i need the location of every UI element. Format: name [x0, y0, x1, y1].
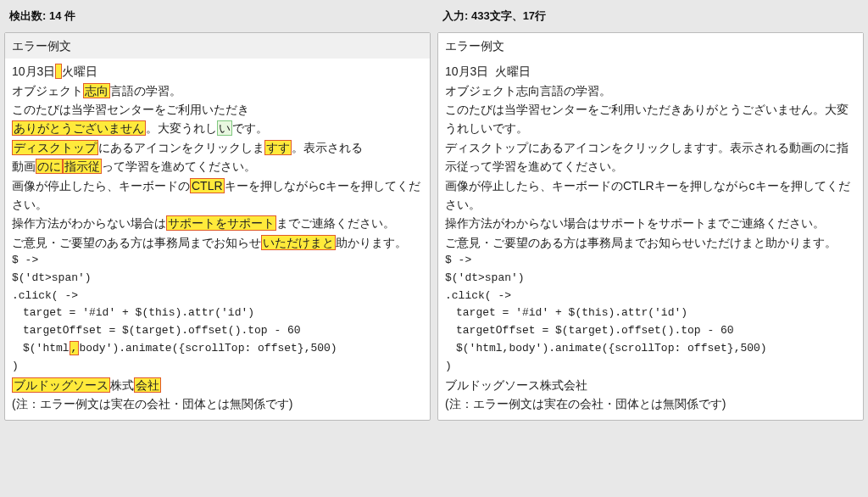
right-code-1: $ ->: [445, 252, 856, 270]
left-code-5: targetOffset = $(target).offset().top - …: [12, 322, 423, 340]
right-code-7: ): [445, 358, 856, 376]
right-title: エラー例文: [438, 33, 863, 59]
left-card: エラー例文 10月3日 火曜日 オブジェクト志向言語の学習。 このたびは当学習セ…: [4, 32, 431, 422]
text: って学習を進めてください。: [102, 159, 256, 173]
highlight-yellow[interactable]: CTLR: [190, 178, 225, 193]
text: 火曜日: [62, 64, 97, 78]
text: 画像が停止したら、キーボードの: [12, 179, 190, 193]
text: オブジェクト: [12, 84, 83, 98]
right-code-5: targetOffset = $(target).offset().top - …: [445, 322, 856, 340]
left-line-2: オブジェクト志向言語の学習。: [12, 81, 423, 100]
left-line-10: ブルドッグソース株式会社: [12, 376, 423, 394]
highlight-yellow[interactable]: すす: [264, 140, 292, 155]
highlight-green[interactable]: い: [217, 120, 232, 136]
highlight-yellow[interactable]: ありがとうございません: [12, 120, 146, 136]
right-code-3: .click( ->: [445, 288, 856, 305]
text: にあるアイコンをクリックしま: [98, 141, 264, 154]
right-pane: 入力: 433文字、17行 エラー例文 10月3日 火曜日 オブジェクト志向言語…: [437, 4, 864, 421]
left-line-5: ディスクトップにあるアイコンをクリックしますす。表示される: [12, 138, 423, 157]
right-line-1: 10月3日 火曜日: [445, 62, 856, 81]
left-line-8: 操作方法がわからない場合はサポートをサポートまでご連絡ください。: [12, 214, 423, 232]
left-line-1: 10月3日 火曜日: [12, 62, 423, 81]
highlight-yellow[interactable]: サポートをサポート: [166, 215, 276, 231]
text: です。: [232, 121, 268, 135]
text: 。大変うれし: [146, 121, 217, 135]
left-line-3: このたびは当学習センターをご利用いただき: [12, 100, 423, 119]
right-line-7: ご意見・ご要望のある方は事務局までお知らせいただけまと助かります。: [445, 233, 856, 252]
right-line-3: このたびは当学習センターをご利用いただきありがとうございません。大変うれしいです…: [445, 100, 856, 138]
left-code-6: $('html,body').animate({scrollTop: offse…: [12, 340, 423, 358]
left-line-7: 画像が停止したら、キーボードのCTLRキーを押しながらcキーを押してください。: [12, 176, 423, 215]
right-line-5: 画像が停止したら、キーボードのCTLRキーを押しながらcキーを押してください。: [445, 176, 856, 215]
right-code-6: $('html,body').animate({scrollTop: offse…: [445, 340, 856, 358]
left-code-7: ): [12, 358, 423, 376]
text: 。表示される: [292, 141, 363, 154]
right-line-6: 操作方法がわからない場合はサポートをサポートまでご連絡ください。: [445, 214, 856, 232]
text: 動画: [12, 159, 36, 173]
left-line-11: (注：エラー例文は実在の会社・団体とは無関係です): [12, 394, 423, 413]
left-pane: 検出数: 14 件 エラー例文 10月3日 火曜日 オブジェクト志向言語の学習。…: [4, 4, 431, 421]
highlight-yellow[interactable]: 会社: [134, 377, 161, 393]
right-line-9: (注：エラー例文は実在の会社・団体とは無関係です): [445, 394, 856, 413]
right-code-4: target = '#id' + $(this).attr('id'): [445, 304, 856, 322]
highlight-yellow[interactable]: のに: [36, 159, 63, 174]
right-line-8: ブルドッグソース株式会社: [445, 376, 856, 394]
text: $('html: [23, 342, 70, 355]
text: ご意見・ご要望のある方は事務局までお知らせ: [12, 236, 261, 249]
highlight-yellow[interactable]: 志向: [83, 83, 110, 98]
left-line-9: ご意見・ご要望のある方は事務局までお知らせいただけまと助かります。: [12, 233, 423, 252]
text: 言語の学習。: [110, 84, 181, 98]
left-code-2: $('dt>span'): [12, 270, 423, 288]
text: 操作方法がわからない場合は: [12, 216, 166, 230]
right-line-4: ディスクトップにあるアイコンをクリックしますす。表示される動画のに指示従って学習…: [445, 138, 856, 176]
text: 株式: [110, 378, 134, 392]
text: body').animate({scrollTop: offset},500): [79, 342, 337, 355]
left-code-3: .click( ->: [12, 288, 423, 305]
main-container: 検出数: 14 件 エラー例文 10月3日 火曜日 オブジェクト志向言語の学習。…: [4, 4, 864, 421]
text: 10月3日: [12, 64, 55, 78]
left-code-1: $ ->: [12, 252, 423, 270]
left-title: エラー例文: [5, 33, 430, 59]
right-line-2: オブジェクト志向言語の学習。: [445, 81, 856, 100]
right-card: エラー例文 10月3日 火曜日 オブジェクト志向言語の学習。 このたびは当学習セ…: [437, 32, 864, 422]
highlight-yellow[interactable]: いただけまと: [261, 235, 336, 250]
text: までご連絡ください。: [276, 216, 395, 230]
right-code-2: $('dt>span'): [445, 270, 856, 288]
left-code-4: target = '#id' + $(this).attr('id'): [12, 304, 423, 322]
left-line-6: 動画のに指示従って学習を進めてください。: [12, 157, 423, 176]
left-line-4: ありがとうございません。大変うれしいです。: [12, 119, 423, 137]
highlight-yellow[interactable]: ディスクトップ: [12, 140, 98, 155]
highlight-yellow[interactable]: ,: [70, 341, 80, 355]
right-header: 入力: 433文字、17行: [437, 4, 864, 32]
highlight-yellow[interactable]: 指示従: [63, 159, 102, 174]
left-header: 検出数: 14 件: [4, 4, 431, 32]
highlight-yellow[interactable]: ブルドッグソース: [12, 377, 110, 393]
text: 助かります。: [336, 236, 407, 249]
